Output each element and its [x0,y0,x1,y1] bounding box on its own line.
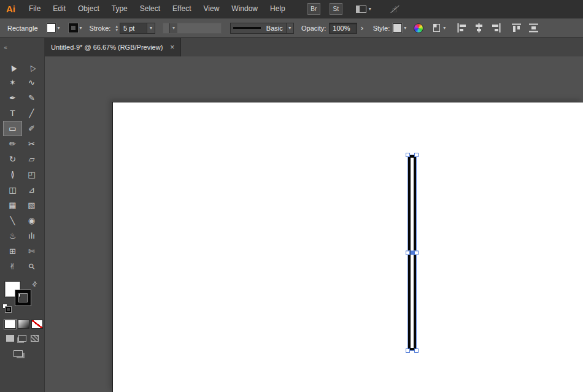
symbol-sprayer-tool[interactable]: ♨ [3,228,22,244]
change-screen-mode-button[interactable] [14,350,23,357]
artboard[interactable] [112,102,583,392]
align-center-icon[interactable] [474,23,484,33]
selection-handle-middle-right[interactable] [414,251,419,255]
color-button[interactable] [4,320,16,329]
selection-handle-top-right[interactable] [414,153,419,157]
menu-file[interactable]: File [23,0,47,18]
touch-workspace-icon[interactable]: ☝ [390,4,400,14]
column-graph-tool[interactable]: ılı [22,228,41,244]
align-right-icon[interactable] [491,23,501,33]
zoom-tool[interactable]: ⚲ [22,259,41,274]
menu-effect[interactable]: Effect [166,0,197,18]
default-fill-stroke-icon[interactable] [2,304,11,312]
tool-icon: ▭ [9,124,16,133]
gradient-tool[interactable]: ▧ [22,198,41,213]
draw-behind-button[interactable] [18,335,26,342]
align-left-icon[interactable] [457,23,467,33]
swap-fill-stroke-icon[interactable]: ⇄ [30,280,39,288]
selection-handle-bottom-left[interactable] [406,348,410,353]
opacity-expand-icon[interactable]: › [358,23,365,33]
selection-tool[interactable]: ▲ [3,60,22,75]
tool-icon: ◫ [9,185,16,194]
canvas[interactable] [45,56,583,392]
selection-handle-bottom-right[interactable] [414,348,419,353]
artboard-tool[interactable]: ⊞ [3,244,22,259]
curvature-tool[interactable]: ✎ [22,90,41,106]
eyedropper-tool[interactable]: ╲ [3,213,22,228]
close-icon[interactable]: × [170,43,174,52]
menu-window[interactable]: Window [225,0,264,18]
vertical-align-group [511,23,539,33]
menu-select[interactable]: Select [134,0,166,18]
hand-tool[interactable]: ✌ [3,259,22,274]
paint-mode-row [0,320,44,329]
mesh-tool[interactable]: ▦ [3,198,22,213]
document-tab[interactable]: Untitled-9* @ 66.67% (RGB/Preview) × [45,38,181,56]
width-tool[interactable]: ≬ [3,167,22,182]
stock-button[interactable]: St [330,3,342,15]
drawing-modes-row [0,335,44,342]
paintbrush-tool[interactable]: ✐ [22,121,41,136]
gradient-button[interactable] [18,320,29,329]
tool-icon: ▦ [9,201,16,210]
brush-stroke-preview [233,27,261,29]
selection-handle-middle-left[interactable] [406,251,410,255]
stepper-down-icon[interactable]: ▾ [115,28,118,32]
perspective-grid-tool[interactable]: ⊿ [22,182,41,198]
style-swatch [393,23,402,33]
direct-selection-tool[interactable]: △ [22,60,41,75]
selection-center-point[interactable] [410,251,414,255]
stroke-color-dropdown[interactable]: ▾ [69,23,82,33]
bridge-button[interactable]: Br [307,3,320,15]
stroke-color-well[interactable] [15,290,31,306]
selection-handle-top-left[interactable] [406,153,410,157]
menu-view[interactable]: View [198,0,226,18]
rotate-tool[interactable]: ↻ [3,152,22,167]
opacity-input[interactable]: 100% [329,23,357,34]
distribute-vertical-icon[interactable] [528,23,539,33]
tool-icon: ▧ [28,201,35,210]
stroke-weight-stepper[interactable]: ▴ ▾ [115,25,118,32]
workspace-switcher[interactable]: ▾ [356,6,371,13]
magic-wand-tool[interactable]: ✶ [3,75,22,90]
illustrator-logo: Ai [6,4,15,14]
menu-type[interactable]: Type [106,0,134,18]
pen-tool[interactable]: ✒ [3,90,22,106]
menu-edit[interactable]: Edit [47,0,72,18]
scissors-tool[interactable]: ✂ [22,136,41,152]
tool-icon: T [10,109,15,118]
line-segment-tool[interactable]: ╱ [22,106,41,121]
chevron-down-icon: ▾ [288,26,291,31]
collapse-panel-icon[interactable]: « [4,44,7,51]
document-setup-dropdown[interactable]: ▾ [432,23,446,33]
scale-tool[interactable]: ▱ [22,152,41,167]
tool-icon: ≬ [10,170,14,179]
align-top-icon[interactable] [511,23,522,33]
slice-tool[interactable]: ✄ [22,244,41,259]
tool-grid: ▲ △ ✶ ∿ ✒ ✎ [0,56,44,274]
lasso-tool[interactable]: ∿ [22,75,41,90]
rectangle-tool[interactable]: ▭ [3,121,22,136]
selected-rectangle[interactable] [407,155,417,351]
tool-icon: ⊿ [28,185,35,194]
menu-help[interactable]: Help [264,0,292,18]
free-transform-tool[interactable]: ◰ [22,167,41,182]
type-tool[interactable]: T [3,106,22,121]
stroke-weight-combo[interactable]: 5 pt ▾ [120,23,155,34]
tool-icon: ✄ [28,247,35,256]
none-button[interactable] [31,320,43,329]
document-icon [432,23,441,33]
fill-color-dropdown[interactable]: ▾ [47,23,60,33]
blend-tool[interactable]: ◉ [22,213,41,228]
tool-icon: ılı [28,231,35,240]
tool-icon: ✒ [9,93,16,102]
menu-object[interactable]: Object [72,0,106,18]
draw-normal-button[interactable] [6,335,14,342]
draw-inside-button[interactable] [31,335,39,342]
menu-list: File Edit Object Type Select Effect View… [23,0,292,18]
shape-builder-tool[interactable]: ◫ [3,182,22,198]
recolor-artwork-icon[interactable] [414,23,423,33]
brush-definition-dropdown[interactable]: Basic ▾ [230,23,294,34]
shaper-tool[interactable]: ✏ [3,136,22,152]
graphic-style-dropdown[interactable]: ▾ [393,23,406,33]
